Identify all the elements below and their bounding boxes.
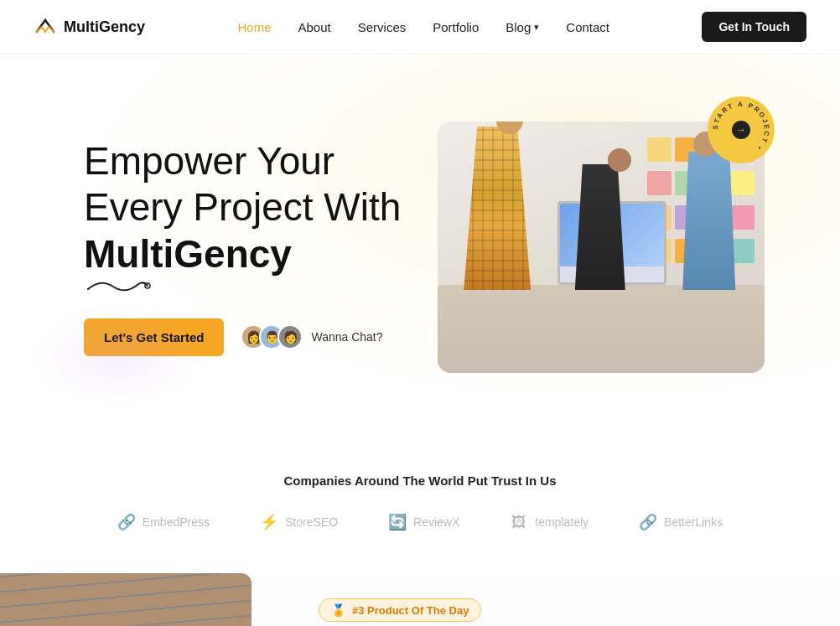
chat-avatars: 👩 👨 🧑 [241,324,303,349]
person-3 [680,152,739,290]
bottom-right: 🏅 #3 Product Of The Day Your Vision, Our… [251,573,840,626]
trusted-title: Companies Around The World Put Trust In … [50,473,790,488]
betterlinks-icon: 🔗 [639,513,657,531]
logo-betterlinks: 🔗 BetterLinks [639,513,723,531]
get-in-touch-button[interactable]: Get In Touch [702,12,806,42]
trusted-logos: 🔗 EmbedPress ⚡ StoreSEO 🔄 ReviewX 🖼 temp… [50,513,790,531]
product-hunt-icon: 🏅 [331,603,345,617]
rotating-badge: START A PROJECT • → [708,96,781,170]
bottom-section: 🏅 #3 Product Of The Day Your Vision, Our… [0,573,840,626]
nav-blog[interactable]: Blog ▾ [506,20,539,34]
lets-get-started-button[interactable]: Let's Get Started [84,318,224,356]
nav-portfolio[interactable]: Portfolio [433,20,479,34]
logo-text: MultiGency [64,18,145,36]
wanna-chat-label: Wanna Chat? [311,330,382,344]
logo-storeseo: ⚡ StoreSEO [260,513,338,531]
nav-about[interactable]: About [298,20,331,34]
person-2 [575,164,625,290]
nav-contact[interactable]: Contact [566,20,609,34]
hero-right: START A PROJECT • → [438,122,773,373]
avatar-3: 🧑 [277,324,303,349]
nav-links: Home About Services Portfolio Blog ▾ Con… [237,20,609,34]
logo-icon [34,15,57,39]
badge-arrow-icon[interactable]: → [732,121,750,139]
badge-circle: START A PROJECT • → [708,96,775,163]
person-plaid [464,127,531,290]
logo[interactable]: MultiGency [34,15,145,39]
office-desk [438,285,765,373]
roof-texture [0,573,251,626]
hero-section: Empower Your Every Project With MultiGen… [0,54,840,440]
product-badge-text: #3 Product Of The Day [352,604,469,617]
nav-services[interactable]: Services [358,20,407,34]
head-2 [608,148,631,172]
logo-reviewx: 🔄 ReviewX [388,513,459,531]
navbar: MultiGency Home About Services Portfolio… [0,0,840,54]
embedpress-icon: 🔗 [117,513,136,531]
blog-chevron-down-icon: ▾ [534,22,539,33]
logo-templately: 🖼 templately [510,513,589,531]
logo-embedpress: 🔗 EmbedPress [117,513,210,531]
product-badge: 🏅 #3 Product Of The Day [319,598,481,622]
reviewx-icon: 🔄 [388,513,407,531]
hero-title: Empower Your Every Project With MultiGen… [84,138,436,277]
hero-title-bold: MultiGency [84,232,292,276]
nav-home[interactable]: Home [237,20,271,34]
bottom-left-image [0,573,251,626]
trusted-section: Companies Around The World Put Trust In … [0,440,840,573]
wanna-chat[interactable]: 👩 👨 🧑 Wanna Chat? [241,324,382,349]
hero-actions: Let's Get Started 👩 👨 🧑 Wanna Chat? [84,318,436,356]
storeseo-icon: ⚡ [260,513,278,531]
hero-left: Empower Your Every Project With MultiGen… [84,138,436,356]
templately-icon: 🖼 [510,513,528,531]
